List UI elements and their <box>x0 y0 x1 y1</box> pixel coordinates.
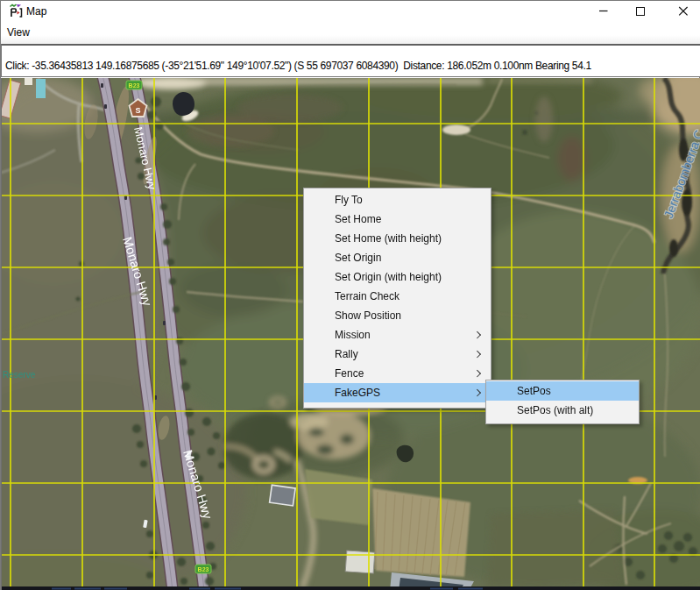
svg-text:B23: B23 <box>198 566 209 572</box>
svg-text:Reserve: Reserve <box>3 370 36 380</box>
svg-text:S: S <box>135 106 140 115</box>
svg-text:B23: B23 <box>129 82 140 89</box>
